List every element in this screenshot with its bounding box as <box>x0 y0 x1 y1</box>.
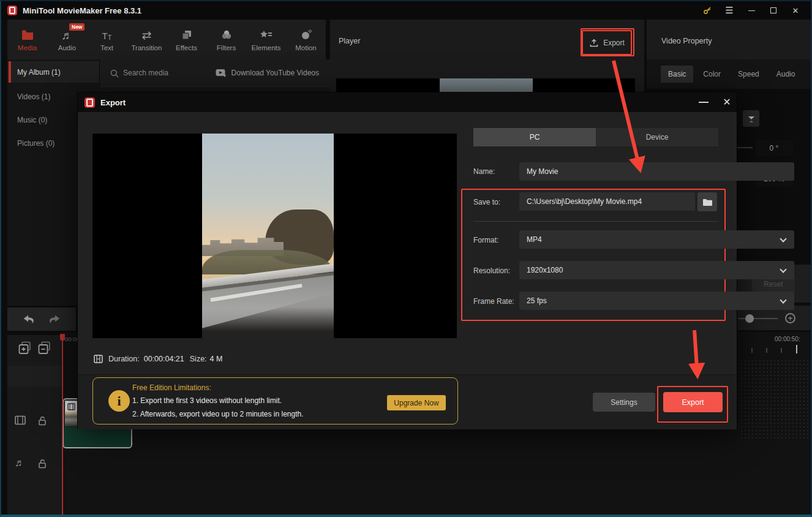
dialog-minimize-button[interactable] <box>699 102 709 103</box>
toolbar-item-media[interactable]: Media <box>7 20 47 59</box>
chevron-down-icon <box>780 296 786 303</box>
annotation-box-player-export <box>581 28 634 56</box>
search-input[interactable]: Search media <box>123 69 168 77</box>
timeline-ruler-end: 00:00:50: <box>775 336 800 342</box>
film-icon <box>94 355 103 363</box>
tab-device[interactable]: Device <box>596 128 718 146</box>
license-key-button[interactable] <box>701 4 714 17</box>
toolbar-label: Effects <box>176 44 197 51</box>
media-icon <box>21 28 34 41</box>
tab-audio[interactable]: Audio <box>769 66 803 83</box>
settings-button[interactable]: Settings <box>593 393 655 412</box>
video-property-panel: Video Property <box>647 20 812 59</box>
dialog-logo-icon <box>85 97 95 108</box>
timeline-zoom-handle[interactable] <box>745 314 754 323</box>
name-input[interactable]: My Movie <box>519 162 794 181</box>
toolbar-label: Text <box>100 44 113 51</box>
save-to-input[interactable]: C:\Users\bj\Desktop\My Movie.mp4 <box>519 192 695 211</box>
track-gutter-row <box>7 366 61 387</box>
flip-icon <box>746 114 756 124</box>
limitations-line2: 2. Afterwards, export video up to 2 minu… <box>132 410 304 418</box>
size-label: Size: <box>190 355 207 363</box>
tab-speed[interactable]: Speed <box>731 66 767 83</box>
toolbar-item-transition[interactable]: ⇄ Transition <box>127 20 167 59</box>
player-preview-sliver <box>336 78 635 92</box>
zoom-out-icon[interactable] <box>38 341 51 355</box>
duration-value: 00:00:04:21 <box>144 355 184 363</box>
rotate-value-box[interactable]: 0 ° <box>755 140 793 156</box>
timeline-texture <box>740 359 812 440</box>
toolbar-label: Filters <box>217 44 236 51</box>
download-youtube-button[interactable]: Download YouTube Videos <box>216 69 319 77</box>
zoom-in-icon[interactable] <box>18 341 32 355</box>
filters-icon <box>220 28 233 41</box>
flip-vertical-button[interactable] <box>743 110 759 127</box>
video-track-lock-icon[interactable] <box>38 415 47 426</box>
app-logo-icon <box>7 6 17 15</box>
download-youtube-label: Download YouTube Videos <box>231 69 319 77</box>
minimize-button[interactable] <box>745 4 758 17</box>
toolbar-label: Transition <box>131 44 162 51</box>
video-property-title: Video Property <box>661 37 712 45</box>
ruler-tick <box>781 348 782 353</box>
toolbar-label: Audio <box>58 44 76 51</box>
limitations-line1: 1. Export the first 3 videos without len… <box>132 396 282 405</box>
ruler-tick <box>751 348 753 353</box>
music-track-icon: ♬ <box>15 457 25 469</box>
playhead[interactable] <box>62 334 63 515</box>
resolution-select[interactable]: 1920x1080 <box>519 261 794 279</box>
tab-pc[interactable]: PC <box>473 128 596 146</box>
media-search-bar: Search media Download YouTube Videos <box>99 59 330 87</box>
tab-color[interactable]: Color <box>696 66 728 83</box>
app-title: MiniTool MovieMaker Free 8.3.1 <box>23 6 141 15</box>
undo-redo-row <box>7 308 76 331</box>
frame-rate-value: 25 fps <box>527 296 547 305</box>
ruler-tick <box>766 348 767 353</box>
search-icon <box>110 69 119 78</box>
timeline-zoom-in-button[interactable]: + <box>785 313 795 323</box>
export-button[interactable]: Export <box>663 392 723 412</box>
export-preview <box>92 134 457 338</box>
upgrade-now-button[interactable]: Upgrade Now <box>387 395 446 410</box>
format-select[interactable]: MP4 <box>519 230 794 249</box>
toolbar-label: Motion <box>295 44 317 51</box>
toolbar-item-motion[interactable]: Motion <box>286 20 326 59</box>
limitations-title: Free Edition Limitations: <box>132 383 211 392</box>
folder-icon <box>702 198 713 206</box>
resolution-value: 1920x1080 <box>527 266 563 274</box>
transition-icon: ⇄ <box>142 28 152 41</box>
timeline-zoom-track[interactable] <box>739 318 778 319</box>
duration-row: Duration: 00:00:04:21 Size: 4 M <box>94 355 222 363</box>
frame-rate-select[interactable]: 25 fps <box>519 292 794 310</box>
toolbar-item-filters[interactable]: Filters <box>206 20 246 59</box>
format-value: MP4 <box>527 235 542 244</box>
music-track-lock-icon[interactable] <box>38 458 47 469</box>
menu-icon: ☰ <box>725 5 733 16</box>
dialog-close-button[interactable]: ✕ <box>721 96 733 108</box>
maximize-button[interactable] <box>767 4 780 17</box>
text-icon: TT <box>102 28 112 41</box>
rotate-slider-track[interactable] <box>737 147 753 148</box>
toolbar-item-text[interactable]: TT Text <box>87 20 127 59</box>
divider <box>473 221 718 222</box>
undo-icon[interactable] <box>22 313 36 325</box>
titlebar: MiniTool MovieMaker Free 8.3.1 ☰ ✕ <box>1 1 811 20</box>
size-value: 4 M <box>210 355 223 363</box>
app-window: MiniTool MovieMaker Free 8.3.1 ☰ ✕ Media… <box>0 0 812 517</box>
toolbar-item-effects[interactable]: Effects <box>167 20 206 59</box>
clip-film-badge <box>66 401 77 412</box>
sidebar-item-my-album[interactable]: My Album (1) <box>7 61 99 83</box>
video-track-icon <box>15 415 26 425</box>
frame-rate-label: Frame Rate: <box>473 297 514 306</box>
close-button[interactable]: ✕ <box>789 4 802 17</box>
menu-button[interactable]: ☰ <box>723 4 736 17</box>
new-badge: New <box>69 23 85 31</box>
name-label: Name: <box>473 167 495 176</box>
browse-folder-button[interactable] <box>697 192 717 211</box>
elements-icon <box>260 28 273 41</box>
tab-basic[interactable]: Basic <box>661 66 693 83</box>
redo-icon[interactable] <box>48 313 61 325</box>
toolbar-item-audio[interactable]: New ♬ Audio <box>47 20 87 59</box>
chevron-down-icon <box>780 235 786 242</box>
toolbar-item-elements[interactable]: Elements <box>246 20 286 59</box>
